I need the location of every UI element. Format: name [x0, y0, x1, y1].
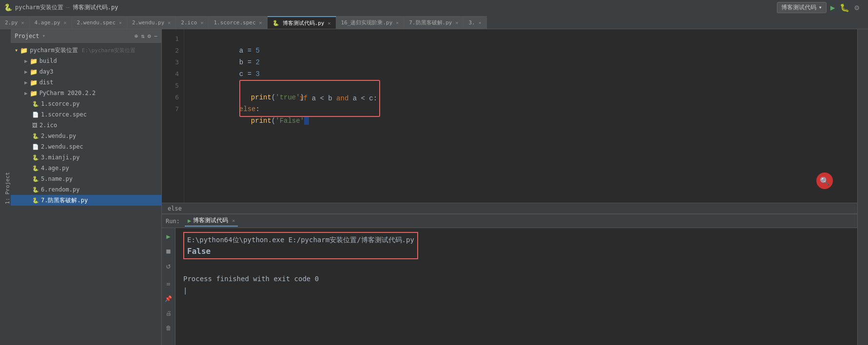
project-panel-label[interactable]: 1: Project	[4, 172, 11, 204]
code-token: <	[361, 95, 369, 102]
file-label: 4.age.py	[41, 165, 69, 172]
run-stop-button[interactable]: ■	[163, 246, 174, 256]
code-token: a	[312, 95, 320, 102]
close-icon[interactable]: ✕	[21, 20, 24, 25]
tree-5name[interactable]: 🐍 5.name.py	[11, 173, 161, 184]
run-config-dropdown[interactable]: 博客测试代码 ▾	[777, 2, 826, 13]
title-separator: –	[66, 4, 70, 11]
run-play-button[interactable]: ▶	[163, 231, 174, 242]
code-token: <	[320, 95, 328, 102]
output-cmd: E:\python64位\python.exe E:/pycharm安装位置/博…	[187, 234, 414, 246]
code-token: else	[239, 105, 256, 113]
code-token: )	[300, 94, 304, 101]
tab-label: 2.ico	[181, 19, 197, 26]
tab-2ico[interactable]: 2.ico ✕	[176, 16, 209, 29]
close-icon[interactable]: ✕	[455, 20, 458, 25]
close-icon[interactable]: ✕	[168, 20, 171, 25]
close-icon[interactable]: ✕	[259, 20, 262, 25]
code-token: 3	[255, 70, 259, 78]
status-keyword: else	[168, 205, 182, 212]
close-icon[interactable]: ✕	[64, 20, 67, 25]
code-token: print	[251, 94, 271, 101]
tab-label: 3.	[468, 19, 475, 26]
run-tab-blogtest[interactable]: ▶ 博客测试代码 ✕	[185, 215, 238, 227]
tab-4agepy[interactable]: 4.age.py ✕	[30, 16, 72, 29]
line-num-7: 7	[162, 103, 184, 115]
tree-6rendom[interactable]: 🐍 6.rendom.py	[11, 184, 161, 195]
sidebar-sync-icon[interactable]: ⇅	[141, 33, 144, 39]
code-token: 'False'	[275, 117, 304, 125]
code-content[interactable]: a = 5 b = 2 c = 3 if a < b and a < c:	[184, 29, 857, 203]
tree-1scorce-spec[interactable]: 📄 1.scorce.spec	[11, 109, 161, 120]
code-token: c	[239, 70, 248, 78]
search-icon: 🔍	[820, 176, 829, 186]
output-highlight-box: E:\python64位\python.exe E:/pycharm安装位置/博…	[183, 232, 418, 259]
run-print-button[interactable]: 🖨	[163, 308, 174, 319]
root-path: E:\pycharm安装位置	[82, 47, 135, 54]
tree-build[interactable]: ▶ 📁 build	[11, 56, 161, 66]
tree-day3[interactable]: ▶ 📁 day3	[11, 66, 161, 77]
code-token: b	[239, 58, 248, 66]
close-icon[interactable]: ✕	[396, 20, 399, 25]
file-label: 6.rendom.py	[41, 186, 79, 193]
close-icon[interactable]: ✕	[328, 20, 330, 26]
output-process-finished: Process finished with exit code 0	[183, 273, 849, 285]
line-num-4: 4	[162, 68, 184, 80]
tree-3mianji[interactable]: 🐍 3.mianji.py	[11, 152, 161, 163]
tree-2ico[interactable]: 🖼 2.ico	[11, 120, 161, 131]
code-token: :	[255, 105, 259, 113]
tab-label: 2.py	[5, 19, 18, 26]
tree-2wendu-spec[interactable]: 📄 2.wendu.spec	[11, 141, 161, 152]
tree-2wendu-py[interactable]: 🐍 2.wendu.py	[11, 131, 161, 141]
tab-2wendupy[interactable]: 2.wendu.py ✕	[127, 16, 176, 29]
close-icon[interactable]: ✕	[200, 20, 203, 25]
close-icon[interactable]: ✕	[119, 20, 122, 25]
title-bar: 🐍 pycharm安装位置 – 博客测试代码.py 博客测试代码 ▾ ▶ 🐛 ⚙	[0, 0, 868, 15]
tab-1scorcespec[interactable]: 1.scorce.spec ✕	[209, 16, 267, 29]
code-status-bar: else	[162, 203, 857, 213]
code-token: 'true'	[275, 94, 300, 101]
sidebar-settings-icon[interactable]: ⚙	[148, 33, 151, 39]
tree-dist[interactable]: ▶ 📁 dist	[11, 77, 161, 88]
app-icon: 🐍	[4, 3, 12, 11]
tab-3[interactable]: 3. ✕	[463, 16, 486, 29]
search-float-button[interactable]: 🔍	[816, 172, 833, 189]
tree-root[interactable]: ▾ 📁 pycharm安装位置 E:\pycharm安装位置	[11, 45, 161, 56]
project-sidebar: Project ▾ ⊕ ⇅ ⚙ − ▾ 📁 pycharm安装位置 E:\pyc…	[11, 29, 162, 345]
close-icon[interactable]: ✕	[479, 20, 482, 25]
run-content: ▶ ■ ↺ = 📌 🖨 🗑 E:\python64位\python.exe E:…	[162, 228, 857, 345]
run-trash-button[interactable]: 🗑	[163, 323, 174, 333]
sidebar-add-icon[interactable]: ⊕	[135, 33, 138, 39]
tree-1scorce-py[interactable]: 🐍 1.scorce.py	[11, 98, 161, 109]
code-token: c	[369, 95, 373, 102]
file-label: 1.scorce.py	[41, 100, 79, 107]
code-token: a	[239, 47, 248, 55]
run-tab-close[interactable]: ✕	[232, 218, 235, 223]
main-area: 1: Project Project ▾ ⊕ ⇅ ⚙ − ▾ 📁 pycharm…	[0, 29, 868, 345]
tab-bar: 2.py ✕ 4.age.py ✕ 2.wendu.spec ✕ 2.wendu…	[0, 15, 868, 29]
code-line-3: c = 3	[190, 57, 851, 68]
tab-2py[interactable]: 2.py ✕	[0, 16, 30, 29]
file-label: 5.name.py	[41, 175, 73, 182]
file-label: 1.scorce.spec	[41, 111, 87, 118]
run-button[interactable]: ▶	[829, 3, 836, 12]
tab-label: 1.scorce.spec	[213, 19, 255, 26]
tab-blogtest[interactable]: 🐍 博客测试代码.py ✕	[268, 16, 336, 29]
tab-2wenduspec[interactable]: 2.wendu.spec ✕	[72, 16, 128, 29]
tree-4age[interactable]: 🐍 4.age.py	[11, 163, 161, 173]
tree-7hacker[interactable]: 🐍 7.防黑客破解.py	[11, 195, 161, 206]
run-settings-button[interactable]: =	[163, 279, 174, 289]
folder-label: build	[39, 58, 57, 64]
tree-pycharm[interactable]: ▶ 📁 PyCharm 2020.2.2	[11, 88, 161, 98]
sidebar-minus-icon[interactable]: −	[154, 33, 157, 39]
code-line-1: a = 5	[190, 33, 851, 45]
debug-button[interactable]: 🐛	[839, 3, 850, 12]
run-pin-button[interactable]: 📌	[163, 293, 174, 304]
tab-label: 4.age.py	[35, 19, 60, 26]
tab-7hacker[interactable]: 7.防黑客破解.py ✕	[404, 16, 463, 29]
run-rerun-button[interactable]: ↺	[163, 260, 174, 271]
tab-16dijie[interactable]: 16_递归实现阶乘.py ✕	[336, 16, 405, 29]
code-token: (	[271, 94, 275, 101]
settings-button[interactable]: ⚙	[853, 3, 860, 12]
run-tab-label: 博客测试代码	[193, 216, 228, 225]
